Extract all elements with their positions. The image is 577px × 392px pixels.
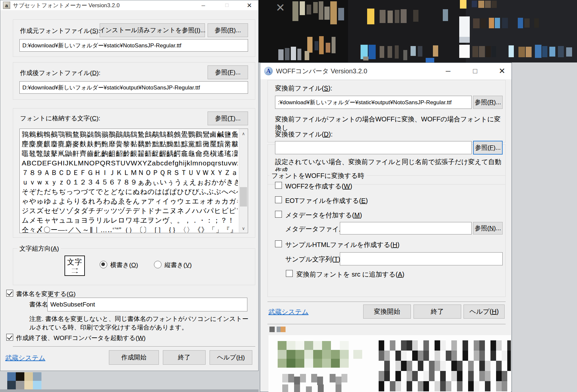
mosaic-cell [440,381,446,391]
mosaic-cell [507,351,511,361]
maximize-button[interactable]: □ [467,63,483,79]
mosaic-cell [459,45,470,58]
metadata-file-input[interactable] [340,222,472,234]
close-button[interactable]: ✕ [494,63,510,79]
exit-button[interactable]: 終了 [414,305,461,319]
mosaic-cell [304,359,313,368]
chars-line: ７８９ＡＢＣＤＥＦＧＨＩＪＫＬＭＮＯＰＱＲＳＴＵＶＷＸＹＺａｂｃｄｅｆｇｈｉｊｋ… [22,168,238,177]
mosaic-cell [388,46,392,58]
metadata-checkbox[interactable] [275,211,282,218]
rename-font-checkbox[interactable] [6,290,13,297]
mosaic-cell [313,341,322,350]
scrollbar-thumb[interactable] [240,187,247,207]
mosaic-cell [305,51,309,60]
convert-start-button[interactable]: 変換開始 [363,305,411,319]
mosaic-cell [407,340,412,351]
after-file-input[interactable] [275,141,472,154]
vendor-link[interactable]: 武蔵システム [5,354,45,362]
mosaic-cell [496,381,502,391]
mosaic-cell [489,18,494,28]
window-title: WOFFコンバータ Version3.2.0 [276,67,367,76]
eot-checkbox[interactable] [275,196,282,203]
before-browse-button[interactable]: 参照(R)... [473,96,503,109]
before-file-note: 変換前ファイルがフォントの場合WOFFに変換、WOFFの場合フォントに変換し [275,115,502,132]
mosaic-cell [363,57,368,61]
sample-text-input[interactable] [340,252,503,265]
output-path-input[interactable] [19,81,248,94]
mosaic-cell [491,1,497,8]
mosaic-cell [490,351,496,361]
browse-installed-fonts-button[interactable]: インストール済みフォントを参照(I)... [100,23,205,37]
source-path-input[interactable] [19,39,248,52]
mosaic-cell [390,381,395,391]
mosaic-cell [380,10,386,23]
mosaic-cell [451,340,457,351]
scroll-down-icon[interactable]: ∨ [239,224,248,233]
close-button[interactable]: ✕ [242,0,257,10]
maximize-button[interactable]: □ [219,0,235,10]
mosaic-cell [566,47,572,57]
output-font-label: 作成後フォントファイル(D): [20,69,100,77]
minimize-button[interactable]: ─ [440,63,456,79]
before-file-input[interactable] [275,96,472,109]
start-creation-button[interactable]: 作成開始 [109,350,159,365]
mosaic-cell [330,1,337,24]
after-browse-button[interactable]: 参照(F)... [473,141,503,155]
help-button[interactable]: ヘルプ(H) [464,305,505,319]
exit-button[interactable]: 終了 [163,350,206,365]
scroll-up-icon[interactable]: ∧ [239,129,248,138]
launch-woff-label: 作成終了後、WOFFコンバータを起動する(W) [16,334,146,342]
mosaic-cell [314,41,318,50]
mosaic-cell [338,8,344,20]
source-browse-button[interactable]: 参照(R)... [208,23,248,37]
woff2-checkbox[interactable] [275,182,282,189]
chars-browse-button[interactable]: 参照(T)... [208,111,248,125]
minimize-button[interactable]: ─ [196,0,211,10]
mosaic-cell [16,372,24,381]
mosaic-cell [269,327,275,332]
rename-warning-note: 注意. 書体名を変更しないと、同じ書体名のフォントがパソコンにインストールされて… [29,315,249,332]
chars-textarea[interactable]: 鶉鶇鶫鵯鵺鶚鶤鶩鷄鷁鶻鶸鶺鷆鷏鷂鷙鷓鷸鷦鷭鷯鷽鸚鸛鸞鹵鹹鹽麁 麈麋麌麒麕麑麝麥麩… [19,129,248,233]
mosaic-cell [330,374,336,382]
mosaic-cell [426,58,434,62]
titlebar[interactable]: A WOFFコンバータ Version3.2.0 ─ □ ✕ [260,63,512,79]
mosaic-cell [459,37,470,43]
mosaic-cell [435,340,440,351]
add-src-checkbox[interactable] [286,270,293,277]
mosaic-cell [502,371,507,381]
mosaic-cell [326,43,330,53]
mosaic-cell [379,340,384,351]
mosaic-cell [479,371,485,381]
font-name-input[interactable] [47,298,247,311]
chars-scrollbar[interactable]: ∧ ∨ [239,129,247,233]
mosaic-cell [457,361,463,371]
launch-woff-checkbox[interactable] [6,334,13,341]
sample-html-checkbox[interactable] [275,240,282,247]
mosaic-cell [403,50,407,60]
vertical-radio[interactable] [154,261,162,268]
metadata-browse-button[interactable]: 参照(N)... [473,222,503,234]
mosaic-cell [292,1,298,21]
titlebar[interactable]: a サブセットフォントメーカー Version3.2.0 ─ □ ✕ [0,0,258,10]
sample-text-label: サンプル文字列(T) [285,255,340,264]
chars-line: そぞただちぢっつづてでとどなにぬねのはばぱひびぴふぶぷへべぺほぼぽまみむめも [22,187,238,196]
woff-converter-app-icon: A [264,67,273,75]
vendor-link[interactable]: 武蔵システム [268,307,309,316]
mosaic-cell [433,45,438,57]
mosaic-cell [518,18,523,28]
mosaic-cell [412,351,418,361]
mosaic-cell [294,377,300,385]
mosaic-cell [319,1,323,20]
output-browse-button[interactable]: 参照(F)... [208,65,248,79]
mosaic-cell [287,350,295,359]
chars-line: 黽鼇鼈皷鼕鼡鼬鼾齊齒齔齣齟齠齡齦齧齬齪齷齲齶龕龜龠堯槇遙瑤凜熙 [22,149,238,158]
horizontal-radio[interactable] [100,261,107,268]
vertical-radio-label: 縦書き(V) [164,261,192,269]
mosaic-cell [311,374,317,382]
help-button[interactable]: ヘルプ(H) [210,350,252,365]
chars-label: フォントに格納する文字(C): [20,114,100,123]
mosaic-cell [451,361,457,371]
mosaic-cell [281,327,286,332]
mosaic-cell [395,351,401,361]
mosaic-cell [379,381,384,391]
